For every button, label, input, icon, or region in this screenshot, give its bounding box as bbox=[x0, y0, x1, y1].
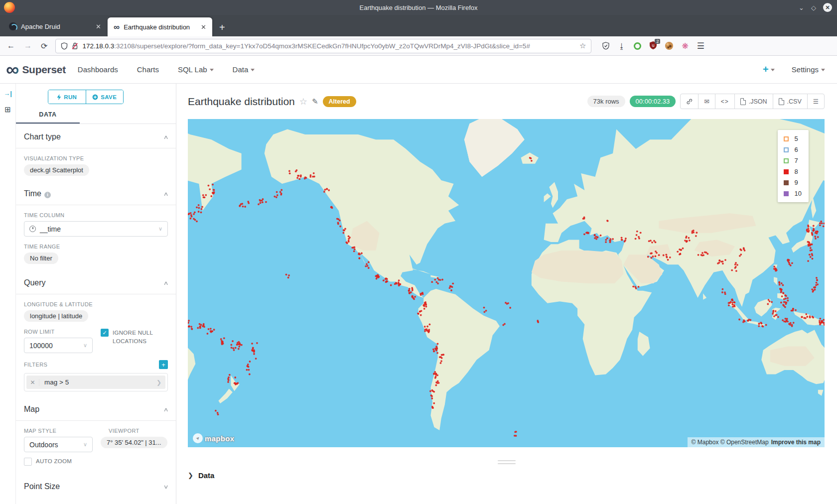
legend-swatch bbox=[784, 147, 789, 152]
section-time[interactable]: Timei ∧ bbox=[16, 181, 176, 205]
lonlat-value[interactable]: longitude | latitude bbox=[24, 310, 88, 322]
titlebar: Earthquake distribution — Mozilla Firefo… bbox=[0, 0, 837, 15]
map-style-select[interactable]: Outdoors ∨ bbox=[24, 437, 93, 452]
legend-item[interactable]: 8 bbox=[784, 168, 802, 175]
collapse-panel-icon[interactable]: →| bbox=[3, 90, 12, 97]
legend-swatch bbox=[784, 158, 789, 163]
window-title: Earthquake distribution — Mozilla Firefo… bbox=[0, 4, 837, 11]
time-range-label: TIME RANGE bbox=[16, 237, 176, 252]
data-panel-toggle[interactable]: ❯ Data bbox=[176, 464, 837, 480]
embed-code-button[interactable]: <> bbox=[715, 94, 734, 109]
section-query[interactable]: Query ∧ bbox=[16, 270, 176, 294]
rows-badge: 73k rows bbox=[587, 96, 625, 107]
chevron-down-icon bbox=[251, 69, 255, 71]
ublock-icon[interactable]: u 2 bbox=[650, 41, 657, 51]
extension-burst-icon[interactable]: ❋ bbox=[682, 41, 688, 51]
url-bar: ← → ⟳ 172.18.0.3:32108/superset/explore/… bbox=[0, 36, 837, 56]
legend-item[interactable]: 10 bbox=[784, 190, 802, 197]
new-tab-button[interactable]: + bbox=[212, 22, 232, 36]
tab-bar: Apache Druid ✕ ∞ Earthquake distribution… bbox=[0, 15, 837, 36]
edit-title-icon[interactable]: ✎ bbox=[312, 97, 318, 106]
firefox-window: Earthquake distribution — Mozilla Firefo… bbox=[0, 0, 837, 504]
ignore-null-checkbox[interactable]: ✓ IGNORE NULLLOCATIONS bbox=[101, 322, 176, 346]
email-button[interactable]: ✉ bbox=[698, 94, 714, 109]
tab-apache-druid[interactable]: Apache Druid ✕ bbox=[3, 17, 108, 35]
nav-dashboards[interactable]: Dashboards bbox=[78, 65, 118, 74]
reload-icon[interactable]: ⟳ bbox=[41, 41, 47, 51]
chevron-up-icon: ∧ bbox=[163, 191, 168, 197]
ghostery-icon[interactable] bbox=[634, 42, 641, 50]
legend-item[interactable]: 6 bbox=[784, 146, 802, 153]
maximize-icon[interactable]: ◇ bbox=[811, 4, 816, 11]
legend-swatch bbox=[784, 180, 789, 185]
row-limit-select[interactable]: 100000 ∨ bbox=[24, 338, 93, 353]
tab-close-icon[interactable]: ✕ bbox=[95, 23, 102, 30]
time-column-select[interactable]: __time ∨ bbox=[24, 221, 168, 237]
section-point-size[interactable]: Point Size ∨ bbox=[16, 474, 176, 498]
run-button[interactable]: RUN bbox=[48, 90, 86, 104]
info-icon: i bbox=[44, 192, 51, 198]
downloads-icon[interactable]: ⭳ bbox=[618, 42, 625, 50]
superset-navbar: ∞ Superset Dashboards Charts SQL Lab Dat… bbox=[0, 56, 837, 84]
superset-logo[interactable]: ∞ Superset bbox=[0, 62, 75, 77]
forward-icon[interactable]: → bbox=[24, 41, 32, 50]
legend-label: 5 bbox=[795, 135, 798, 142]
section-map[interactable]: Map ∧ bbox=[16, 396, 176, 420]
close-icon[interactable]: ✕ bbox=[823, 3, 832, 12]
map-attribution[interactable]: © Mapbox © OpenStreetMapImprove this map bbox=[688, 437, 825, 447]
filter-item[interactable]: ✕ mag > 5 ❯ bbox=[26, 376, 165, 389]
export-json-button[interactable]: .JSON bbox=[734, 94, 773, 109]
nav-data[interactable]: Data bbox=[233, 65, 255, 74]
tab-data[interactable]: DATA bbox=[16, 111, 80, 124]
legend-item[interactable]: 9 bbox=[784, 179, 802, 186]
legend-label: 7 bbox=[795, 157, 798, 164]
mapbox-logo[interactable]: mapbox bbox=[193, 433, 234, 443]
section-chart-type[interactable]: Chart type ∧ bbox=[16, 124, 176, 148]
chart-menu-button[interactable]: ☰ bbox=[807, 94, 824, 109]
nav-charts[interactable]: Charts bbox=[137, 65, 159, 74]
add-filter-button[interactable]: + bbox=[159, 360, 168, 369]
panel-resize-handle[interactable] bbox=[498, 460, 516, 464]
legend-item[interactable]: 7 bbox=[784, 157, 802, 164]
dataset-grid-icon[interactable]: ⊞ bbox=[4, 105, 11, 114]
link-icon bbox=[686, 98, 693, 105]
deckgl-map[interactable]: 5678910 mapbox © Mapbox © OpenStreetMapI… bbox=[188, 119, 825, 447]
ublock-badge: 2 bbox=[655, 39, 660, 44]
viz-type-label: VISUALIZATION TYPE bbox=[16, 148, 176, 164]
bookmark-star-icon[interactable]: ☆ bbox=[579, 41, 586, 50]
favorite-star-icon[interactable]: ☆ bbox=[299, 96, 307, 107]
new-button[interactable]: + bbox=[763, 64, 775, 75]
legend-item[interactable]: 5 bbox=[784, 135, 802, 142]
tab-close-icon[interactable]: ✕ bbox=[200, 23, 207, 31]
lonlat-label: LONGITUDE & LATITUDE bbox=[16, 294, 176, 310]
checkbox-empty-icon bbox=[24, 458, 32, 466]
settings-menu[interactable]: Settings bbox=[792, 65, 825, 74]
chart-container: Earthquake distribution ☆ ✎ Altered 73k … bbox=[176, 84, 837, 504]
menu-icon[interactable]: ☰ bbox=[697, 41, 704, 51]
export-csv-button[interactable]: .CSV bbox=[773, 94, 807, 109]
viewport-value[interactable]: 7° 35' 54.02" | 31... bbox=[101, 437, 167, 448]
cookie-extension-icon[interactable] bbox=[665, 42, 673, 50]
back-icon[interactable]: ← bbox=[7, 41, 15, 50]
sidebar-shield-icon[interactable] bbox=[602, 42, 609, 50]
tab-earthquake-distribution[interactable]: ∞ Earthquake distribution ✕ bbox=[108, 17, 212, 36]
url-input[interactable]: 172.18.0.3:32108/superset/explore/?form_… bbox=[55, 39, 591, 53]
insecure-lock-icon[interactable] bbox=[72, 42, 78, 50]
legend-swatch bbox=[784, 136, 789, 141]
nav-sql-lab[interactable]: SQL Lab bbox=[178, 65, 214, 74]
chevron-right-icon: ❯ bbox=[156, 379, 165, 386]
copy-link-button[interactable] bbox=[681, 94, 698, 109]
chevron-down-icon bbox=[210, 69, 214, 71]
auto-zoom-checkbox[interactable]: AUTO ZOOM bbox=[16, 452, 101, 471]
time-range-value[interactable]: No filter bbox=[24, 252, 58, 264]
druid-favicon bbox=[9, 22, 17, 30]
chevron-down-icon bbox=[821, 69, 825, 71]
panel-tabs: DATA bbox=[16, 111, 176, 124]
save-button[interactable]: SAVE bbox=[86, 90, 124, 104]
remove-filter-icon[interactable]: ✕ bbox=[26, 379, 39, 386]
viz-type-value[interactable]: deck.gl Scatterplot bbox=[24, 164, 89, 176]
chevron-down-icon bbox=[771, 69, 775, 71]
shield-permissions-icon[interactable] bbox=[61, 42, 68, 50]
burger-icon: ☰ bbox=[813, 98, 819, 105]
minimize-icon[interactable]: ⌄ bbox=[799, 4, 804, 11]
